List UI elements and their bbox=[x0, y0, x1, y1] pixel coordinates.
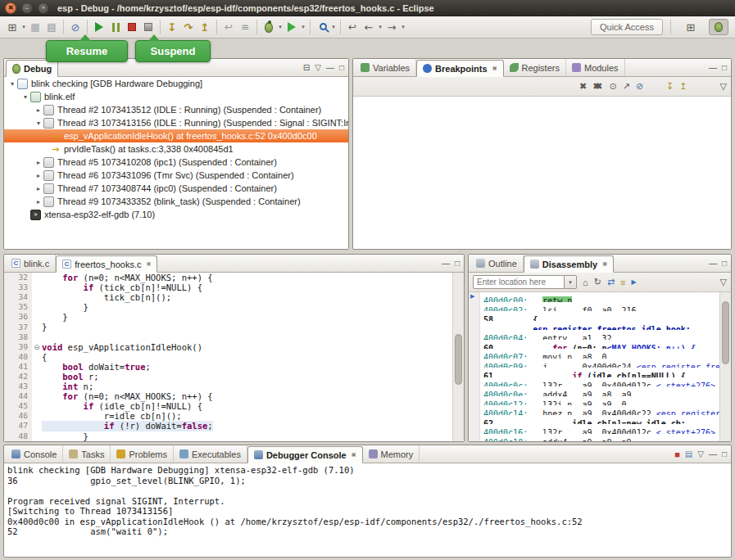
code-line[interactable]: 42 bool r; bbox=[4, 372, 464, 382]
console-output[interactable]: blink checking [GDB Hardware Debugging] … bbox=[4, 463, 731, 558]
step-into-icon[interactable] bbox=[164, 19, 180, 35]
code-line[interactable]: 37} bbox=[4, 322, 464, 332]
disassembly-source-line[interactable]: 61 if (idle_cb[n]==NULL) { bbox=[469, 368, 731, 377]
terminate-icon[interactable] bbox=[674, 449, 680, 459]
disassembly-source-line[interactable]: 62 idle_cb[n]=new_idle_cb; bbox=[469, 415, 731, 425]
close-tab-icon[interactable] bbox=[602, 261, 607, 268]
tree-item-thread[interactable]: Thread #2 1073413512 (IDLE : Running) (S… bbox=[4, 103, 348, 116]
tab-debugger-console[interactable]: Debugger Console bbox=[247, 446, 363, 463]
tab-memory[interactable]: Memory bbox=[363, 445, 420, 463]
view-menu-icon[interactable] bbox=[720, 81, 727, 92]
code-line[interactable]: 48 } bbox=[4, 431, 464, 441]
minimize-view-icon[interactable] bbox=[709, 259, 717, 268]
disassembly-source-line[interactable]: 60 for (n=0; n<MAX_HOOKS; n++) { bbox=[469, 340, 731, 350]
code-line[interactable]: 33 if (tick_cb[n]!=NULL) { bbox=[4, 282, 464, 292]
skip-all-breakpoints-icon[interactable] bbox=[636, 81, 643, 92]
tab-outline[interactable]: Outline bbox=[470, 255, 524, 272]
tree-item-thread[interactable]: Thread #7 1073408744 (ipc0) (Suspended :… bbox=[4, 182, 348, 195]
minimize-view-icon[interactable] bbox=[709, 449, 717, 458]
step-return-icon[interactable] bbox=[197, 19, 213, 35]
disassembly-label-line[interactable]: esp_register_freertos_idle_hook: bbox=[469, 321, 731, 331]
tree-item-launch-config[interactable]: blink checking [GDB Hardware Debugging] bbox=[4, 77, 348, 90]
last-edit-location-icon[interactable] bbox=[344, 19, 361, 35]
save-icon[interactable] bbox=[27, 19, 43, 35]
editor-vertical-scrollbar[interactable] bbox=[452, 273, 464, 442]
expander-icon[interactable] bbox=[34, 172, 43, 179]
code-line[interactable]: 44 for (n=0; n<MAX_HOOKS; n++) { bbox=[4, 391, 464, 401]
disassembly-listing[interactable]: 400d0c00: retw.n 400d0c02: lsi f0, a0, 2… bbox=[469, 292, 731, 442]
debug-dropdown-icon[interactable] bbox=[277, 24, 284, 30]
debug-icon[interactable] bbox=[261, 19, 277, 35]
tab-disassembly[interactable]: Disassembly bbox=[524, 255, 614, 273]
drop-to-frame-icon[interactable] bbox=[220, 19, 237, 35]
suspend-icon[interactable] bbox=[107, 19, 124, 35]
forward-dropdown-icon[interactable] bbox=[400, 24, 406, 30]
maximize-view-icon[interactable] bbox=[455, 259, 460, 268]
tab-breakpoints[interactable]: Breakpoints bbox=[416, 60, 503, 77]
back-icon[interactable] bbox=[361, 19, 377, 35]
debug-perspective-button[interactable] bbox=[709, 19, 728, 35]
maximize-view-icon[interactable] bbox=[722, 259, 727, 268]
disassembly-vertical-scrollbar[interactable] bbox=[719, 292, 731, 442]
disassembly-line[interactable]: 400d0c18: addx4 a9, a8, a9 bbox=[469, 434, 731, 443]
maximize-view-icon[interactable] bbox=[722, 449, 727, 458]
location-input[interactable] bbox=[473, 275, 565, 289]
tab-registers[interactable]: Registers bbox=[504, 59, 566, 76]
disassembly-line[interactable]: 400d0c0e: addx4 a9, a8, a9 bbox=[469, 386, 731, 396]
open-perspective-icon[interactable] bbox=[681, 19, 701, 35]
tab-problems[interactable]: Problems bbox=[111, 445, 173, 463]
tab-modules[interactable]: Modules bbox=[566, 59, 625, 76]
goto-file-icon[interactable] bbox=[623, 81, 630, 92]
code-line[interactable]: 38 bbox=[4, 332, 464, 342]
disassembly-line[interactable]: 400d0c07: movi.n a8, 0 bbox=[469, 349, 731, 359]
follow-pc-icon[interactable] bbox=[632, 278, 637, 286]
minimize-view-icon[interactable] bbox=[326, 63, 334, 72]
tree-item-thread[interactable]: Thread #9 1073433352 (blink_task) (Suspe… bbox=[4, 195, 348, 208]
forward-icon[interactable] bbox=[383, 19, 400, 35]
disassembly-line[interactable]: 400d0c16: l32r a9, 0x400d012c <_stext+27… bbox=[469, 424, 731, 434]
sync-with-debugger-icon[interactable] bbox=[607, 277, 615, 287]
tab-executables[interactable]: Executables bbox=[174, 445, 247, 463]
code-editor[interactable]: 32 for (n=0; n<MAX_HOOKS; n++) { 33 if (… bbox=[4, 273, 464, 442]
export-breakpoints-icon[interactable] bbox=[679, 81, 687, 92]
resume-icon[interactable] bbox=[91, 19, 107, 35]
minimize-window-button[interactable] bbox=[21, 2, 33, 14]
display-selected-console-icon[interactable] bbox=[685, 449, 692, 458]
new-wizard-dropdown-icon[interactable] bbox=[20, 24, 27, 30]
expander-icon[interactable] bbox=[20, 93, 30, 101]
fold-marker-icon[interactable] bbox=[34, 343, 40, 351]
close-tab-icon[interactable] bbox=[147, 261, 152, 268]
disassembly-line[interactable]: 400d0c02: lsi f0, a0, 216 bbox=[469, 302, 731, 312]
search-icon[interactable] bbox=[314, 19, 330, 35]
disassembly-line[interactable]: 400d0c00: retw.n bbox=[469, 292, 731, 302]
new-wizard-icon[interactable] bbox=[4, 19, 20, 35]
expander-icon[interactable] bbox=[34, 159, 43, 166]
terminate-icon[interactable] bbox=[124, 19, 140, 35]
code-line[interactable]: 41 bool doWait=true; bbox=[4, 362, 464, 372]
expander-icon[interactable] bbox=[34, 120, 43, 127]
tree-item-stack-frame-selected[interactable]: esp_vApplicationIdleHook() at freertos_h… bbox=[4, 129, 348, 142]
disassembly-line[interactable]: 400d0c04: entry a1, 32 bbox=[469, 330, 731, 340]
minimize-view-icon[interactable] bbox=[442, 259, 450, 268]
breakpoints-list-empty[interactable] bbox=[353, 97, 731, 249]
close-window-button[interactable] bbox=[5, 2, 16, 14]
remove-all-breakpoints-icon[interactable] bbox=[592, 81, 600, 92]
tree-item-thread[interactable]: Thread #3 1073413156 (IDLE : Running) (S… bbox=[4, 116, 348, 129]
tab-variables[interactable]: Variables bbox=[355, 59, 416, 76]
expander-icon[interactable] bbox=[34, 185, 43, 192]
view-menu-icon[interactable] bbox=[720, 277, 727, 287]
remove-all-terminated-icon[interactable] bbox=[303, 63, 310, 72]
run-dropdown-icon[interactable] bbox=[300, 24, 306, 30]
quick-access-button[interactable]: Quick Access bbox=[591, 19, 663, 35]
search-dropdown-icon[interactable] bbox=[330, 24, 337, 30]
tree-item-thread[interactable]: Thread #5 1073410208 (ipc1) (Suspended :… bbox=[4, 156, 348, 169]
disconnect-icon[interactable] bbox=[140, 19, 157, 35]
code-line[interactable]: 32 for (n=0; n<MAX_HOOKS; n++) { bbox=[4, 273, 464, 282]
instruction-stepping-icon[interactable] bbox=[237, 19, 253, 35]
expander-icon[interactable] bbox=[7, 80, 17, 88]
tree-item-program[interactable]: blink.elf bbox=[4, 90, 348, 103]
code-line[interactable]: 43 int n; bbox=[4, 382, 464, 391]
code-line[interactable]: 39void esp_vApplicationIdleHook() bbox=[4, 342, 464, 352]
expander-icon[interactable] bbox=[34, 106, 43, 114]
code-line[interactable]: 34 tick_cb[n](); bbox=[4, 292, 464, 302]
